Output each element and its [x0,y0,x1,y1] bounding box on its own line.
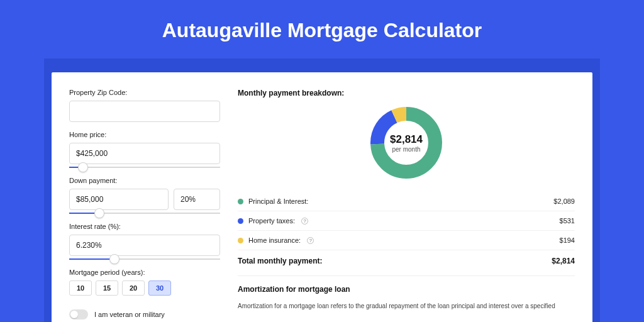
legend-label: Property taxes: [248,217,295,225]
down-payment-label: Down payment: [69,177,220,184]
legend-row-taxes: Property taxes: ? $531 [238,211,575,231]
slider-thumb[interactable] [109,254,119,264]
dot-icon [238,218,243,224]
interest-label: Interest rate (%): [69,223,220,230]
donut-chart: $2,814 per month [369,105,444,180]
period-label: Mortgage period (years): [69,269,220,276]
interest-slider[interactable] [69,258,220,260]
home-price-label: Home price: [69,131,220,138]
interest-group: Interest rate (%): [69,223,220,260]
breakdown-title: Monthly payment breakdown: [238,89,575,97]
total-row: Total monthly payment: $2,814 [238,250,575,275]
legend-value: $2,089 [553,197,575,205]
veteran-row: I am veteran or military [69,309,220,319]
down-payment-slider[interactable] [69,213,220,214]
down-payment-group: Down payment: [69,177,220,214]
total-label: Total monthly payment: [238,257,322,265]
legend-value: $194 [560,236,575,244]
inputs-column: Property Zip Code: Home price: Down paym… [69,89,220,322]
amortization-text: Amortization for a mortgage loan refers … [238,301,575,311]
donut-chart-wrap: $2,814 per month [238,105,575,180]
amortization-section: Amortization for mortgage loan Amortizat… [238,275,575,311]
calculator-card: Property Zip Code: Home price: Down paym… [52,72,592,322]
down-payment-input[interactable] [69,189,169,210]
dot-icon [238,238,243,243]
veteran-label: I am veteran or military [94,311,165,318]
donut-center: $2,814 per month [369,105,444,180]
info-icon[interactable]: ? [301,218,308,225]
period-buttons: 10 15 20 30 [69,280,220,296]
period-20-button[interactable]: 20 [122,280,145,296]
page-title: Autaugaville Mortgage Calculator [0,0,644,58]
period-group: Mortgage period (years): 10 15 20 30 [69,269,220,296]
slider-fill [69,258,114,260]
slider-thumb[interactable] [78,162,88,172]
period-10-button[interactable]: 10 [69,280,92,296]
period-15-button[interactable]: 15 [96,280,118,296]
breakdown-column: Monthly payment breakdown: $2,814 per mo… [238,89,575,322]
legend-row-insurance: Home insurance: ? $194 [238,231,575,250]
down-payment-pct-input[interactable] [174,189,220,210]
zip-field-group: Property Zip Code: [69,89,220,122]
dot-icon [238,199,243,204]
total-value: $2,814 [552,257,575,265]
legend-row-principal: Principal & Interest: $2,089 [238,192,575,211]
home-price-group: Home price: [69,131,220,168]
donut-amount: $2,814 [390,133,423,146]
slider-thumb[interactable] [94,208,104,218]
legend-label: Home insurance: [248,236,301,244]
period-30-button[interactable]: 30 [148,280,171,296]
legend-label: Principal & Interest: [248,197,308,205]
zip-input[interactable] [69,101,220,122]
home-price-slider[interactable] [69,167,220,168]
veteran-toggle[interactable] [69,309,88,319]
outer-panel: Property Zip Code: Home price: Down paym… [44,58,600,322]
amortization-title: Amortization for mortgage loan [238,285,575,294]
donut-sublabel: per month [392,146,420,153]
legend-value: $531 [560,217,575,225]
toggle-knob [70,311,78,318]
interest-input[interactable] [69,235,220,256]
home-price-input[interactable] [69,143,220,164]
info-icon[interactable]: ? [307,237,314,244]
zip-label: Property Zip Code: [69,89,220,96]
